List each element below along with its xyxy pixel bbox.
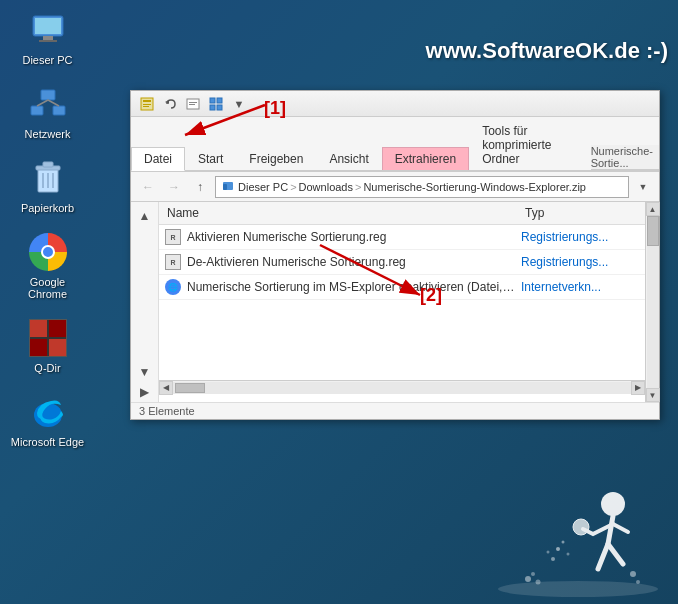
svg-rect-5 xyxy=(31,106,43,115)
svg-line-7 xyxy=(37,100,48,106)
horizontal-scrollbar[interactable]: ◀ ▶ xyxy=(159,380,645,394)
svg-rect-25 xyxy=(217,98,222,103)
up-button[interactable]: ↑ xyxy=(189,176,211,198)
file-name-2: De-Aktivieren Numerische Sortierung.reg xyxy=(187,255,521,269)
svg-rect-1 xyxy=(35,18,61,34)
file-item-2[interactable]: R De-Aktivieren Numerische Sortierung.re… xyxy=(159,250,645,275)
file-icon-reg-2: R xyxy=(163,253,183,271)
desktop-icon-netzwerk[interactable]: Netzwerk xyxy=(10,84,85,140)
path-part-3: Numerische-Sortierung-Windows-Explorer.z… xyxy=(363,181,586,193)
qdir-label: Q-Dir xyxy=(34,362,60,374)
file-list: Name Typ R Aktivieren Numerische Sortier… xyxy=(159,202,645,402)
path-part-1: Dieser PC xyxy=(238,181,288,193)
svg-rect-29 xyxy=(223,184,227,190)
qdir-icon xyxy=(28,318,68,358)
tab-extrahieren[interactable]: Extrahieren xyxy=(382,147,469,170)
desktop-icon-dieser-pc[interactable]: Dieser PC xyxy=(10,10,85,66)
svg-point-39 xyxy=(573,519,589,535)
file-item-1[interactable]: R Aktivieren Numerische Sortierung.reg R… xyxy=(159,225,645,250)
svg-rect-23 xyxy=(189,104,195,105)
svg-rect-27 xyxy=(217,105,222,110)
file-icon-reg-1: R xyxy=(163,228,183,246)
file-name-1: Aktivieren Numerische Sortierung.reg xyxy=(187,230,521,244)
file-type-1: Registrierungs... xyxy=(521,230,641,244)
svg-rect-11 xyxy=(43,162,53,167)
address-bar: ← → ↑ Dieser PC > Downloads > Numerische… xyxy=(131,172,659,202)
tab-freigeben[interactable]: Freigeben xyxy=(236,147,316,170)
svg-point-40 xyxy=(556,547,560,551)
nav-up-arrow[interactable]: ▲ xyxy=(136,206,154,226)
svg-point-41 xyxy=(562,541,565,544)
qa-dropdown-btn[interactable]: ▼ xyxy=(229,95,249,113)
explorer-window: ▼ Datei Start Freigeben Ansicht Extrahie… xyxy=(130,90,660,420)
svg-rect-3 xyxy=(39,40,57,42)
hscroll-thumb xyxy=(175,383,205,393)
desktop-icon-google-chrome[interactable]: Google Chrome xyxy=(10,232,85,300)
ribbon: Datei Start Freigeben Ansicht Extrahiere… xyxy=(131,117,659,172)
address-path-display[interactable]: Dieser PC > Downloads > Numerische-Sorti… xyxy=(215,176,629,198)
nav-right-arrow[interactable]: ▶ xyxy=(137,382,152,402)
svg-rect-6 xyxy=(53,106,65,115)
watermark-text: www.SoftwareOK.de :-) xyxy=(426,38,668,64)
tab-start[interactable]: Start xyxy=(185,147,236,170)
scroll-down-btn[interactable]: ▼ xyxy=(646,388,660,402)
svg-point-33 xyxy=(525,576,531,582)
annotation-1-group: [1] xyxy=(264,98,286,119)
qa-undo-btn[interactable] xyxy=(160,95,180,113)
svg-rect-17 xyxy=(143,100,151,102)
svg-rect-19 xyxy=(143,106,149,107)
chrome-label: Google Chrome xyxy=(10,276,85,300)
status-text: 3 Elemente xyxy=(139,405,195,417)
file-list-header: Name Typ xyxy=(159,202,645,225)
ribbon-right-tab: Numerische-Sortie... xyxy=(591,145,653,169)
nav-pane: ▲ ▼ ▶ xyxy=(131,202,159,402)
hscroll-left-btn[interactable]: ◀ xyxy=(159,381,173,395)
svg-line-8 xyxy=(48,100,59,106)
qa-properties2-btn[interactable] xyxy=(183,95,203,113)
forward-button[interactable]: → xyxy=(163,176,185,198)
qa-properties-btn[interactable] xyxy=(137,95,157,113)
file-item-3[interactable]: 🌐 Numerische Sortierung im MS-Explorer d… xyxy=(159,275,645,300)
file-area: ▲ ▼ ▶ Name Typ R Aktivieren Numerische S… xyxy=(131,202,659,402)
back-button[interactable]: ← xyxy=(137,176,159,198)
path-part-2: Downloads xyxy=(299,181,353,193)
file-name-3: Numerische Sortierung im MS-Explorer dea… xyxy=(187,280,521,294)
scroll-thumb xyxy=(647,216,659,246)
edge-label: Microsoft Edge xyxy=(11,436,84,448)
annotation-label-2: [2] xyxy=(420,285,442,305)
edge-icon xyxy=(28,392,68,432)
desktop-icon-qdir[interactable]: Q-Dir xyxy=(10,318,85,374)
svg-point-43 xyxy=(551,557,555,561)
tab-ansicht[interactable]: Ansicht xyxy=(316,147,381,170)
netzwerk-label: Netzwerk xyxy=(25,128,71,140)
vertical-scrollbar[interactable]: ▲ ▼ xyxy=(645,202,659,402)
qa-view-btn[interactable] xyxy=(206,95,226,113)
file-type-3: Internetverkn... xyxy=(521,280,641,294)
svg-rect-24 xyxy=(210,98,215,103)
file-icon-inet: 🌐 xyxy=(163,278,183,296)
chrome-icon xyxy=(28,232,68,272)
col-header-type: Typ xyxy=(521,204,641,222)
quick-access-toolbar: ▼ xyxy=(131,91,659,117)
pc-icon xyxy=(28,10,68,50)
running-figure xyxy=(478,404,678,604)
file-list-empty xyxy=(159,300,645,380)
scroll-up-btn[interactable]: ▲ xyxy=(646,202,660,216)
desktop-icon-microsoft-edge[interactable]: Microsoft Edge xyxy=(10,392,85,448)
trash-icon xyxy=(28,158,68,198)
file-type-2: Registrierungs... xyxy=(521,255,641,269)
nav-down-arrow[interactable]: ▼ xyxy=(136,362,154,382)
desktop: www.SoftwareOK.de :-) :-) Dieser PC xyxy=(0,0,678,604)
tab-datei[interactable]: Datei xyxy=(131,147,185,171)
desktop-icon-papierkorb[interactable]: Papierkorb xyxy=(10,158,85,214)
hscroll-track xyxy=(173,382,631,394)
svg-rect-18 xyxy=(143,104,151,105)
svg-point-42 xyxy=(567,553,570,556)
svg-point-34 xyxy=(531,572,535,576)
svg-rect-4 xyxy=(41,90,55,100)
svg-rect-2 xyxy=(43,36,53,40)
svg-point-35 xyxy=(536,580,541,585)
tab-tools[interactable]: Tools für komprimierte Ordner xyxy=(469,119,591,170)
hscroll-right-btn[interactable]: ▶ xyxy=(631,381,645,395)
papierkorb-label: Papierkorb xyxy=(21,202,74,214)
